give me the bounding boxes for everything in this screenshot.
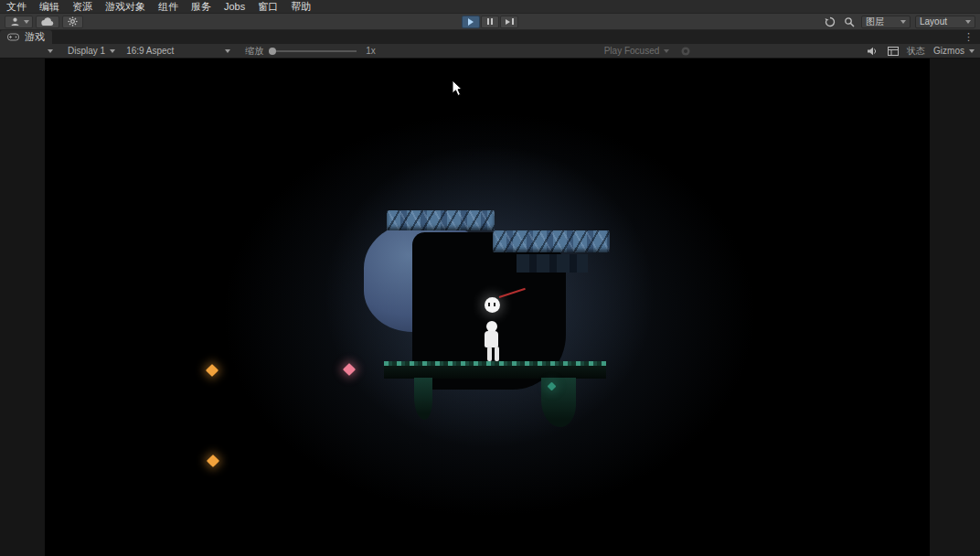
- step-bar-icon: [512, 18, 514, 25]
- unity-editor-window: 文件编辑资源游戏对象组件服务Jobs窗口帮助: [0, 0, 980, 556]
- capture-icon[interactable]: [678, 46, 693, 57]
- lantern-ball: [485, 297, 500, 313]
- menu-item[interactable]: 服务: [185, 0, 218, 14]
- chevron-down-icon: [965, 20, 971, 24]
- toolbar-left-group: [0, 16, 83, 28]
- layout-dropdown[interactable]: Layout: [915, 16, 975, 28]
- chevron-down-icon: [900, 20, 906, 24]
- play-icon: [468, 18, 474, 26]
- game-view-toolbar: Display 1 16:9 Aspect 缩放 1x Play Focused…: [0, 44, 980, 59]
- cloud-icon: [39, 17, 56, 27]
- tab-bar: 游戏 ⋮: [0, 30, 980, 44]
- pause-icon: [491, 18, 493, 25]
- layers-dropdown-label: 图层: [866, 16, 884, 28]
- stats-graph-icon[interactable]: [886, 47, 900, 56]
- zoom-label: 缩放: [245, 45, 263, 58]
- tab-options-icon[interactable]: ⋮: [957, 30, 980, 44]
- view-mode-dropdown-icon[interactable]: [48, 49, 53, 53]
- tab-game[interactable]: 游戏: [0, 30, 52, 44]
- game-viewport: [0, 59, 980, 556]
- game-render[interactable]: [45, 59, 930, 556]
- player-leg: [487, 347, 492, 361]
- layers-dropdown[interactable]: 图层: [861, 16, 911, 28]
- menu-item[interactable]: 资源: [66, 0, 99, 14]
- menu-item[interactable]: 编辑: [33, 0, 66, 14]
- hanging-foliage-left: [414, 378, 432, 420]
- ceiling-tiles-right: [493, 230, 610, 252]
- play-button[interactable]: [462, 16, 480, 28]
- settings-button[interactable]: [62, 16, 83, 28]
- zoom-slider-knob[interactable]: [269, 48, 276, 55]
- cloud-button[interactable]: [36, 16, 59, 28]
- mouse-cursor: [452, 80, 463, 101]
- chevron-down-icon: [225, 49, 230, 53]
- ceiling-tiles-left: [387, 210, 495, 230]
- undo-history-button[interactable]: [823, 16, 837, 27]
- display-dropdown[interactable]: Display 1: [66, 44, 117, 59]
- zoom-slider[interactable]: [269, 50, 357, 52]
- menu-item[interactable]: 游戏对象: [99, 0, 152, 14]
- gizmos-dropdown[interactable]: Gizmos: [932, 44, 976, 59]
- orange-gem: [206, 364, 218, 377]
- display-dropdown-label: Display 1: [68, 46, 105, 56]
- play-focused-dropdown[interactable]: Play Focused: [602, 44, 672, 59]
- gizmos-dropdown-label: Gizmos: [933, 46, 964, 56]
- game-toolbar-right: 状态 Gizmos: [865, 44, 980, 59]
- pause-button[interactable]: [481, 16, 499, 28]
- chevron-down-icon: [969, 49, 975, 53]
- ground-platform: [384, 364, 606, 379]
- account-button[interactable]: [5, 16, 33, 28]
- step-button[interactable]: [500, 16, 518, 28]
- toolbar-right-group: 图层 Layout: [823, 16, 980, 28]
- hanging-foliage-right: [541, 378, 576, 427]
- menu-item[interactable]: 文件: [0, 0, 33, 14]
- dim-tiles: [517, 254, 588, 273]
- main-toolbar: 图层 Layout: [0, 14, 980, 30]
- menu-bar: 文件编辑资源游戏对象组件服务Jobs窗口帮助: [0, 0, 980, 14]
- orange-gem: [207, 454, 219, 467]
- menu-item[interactable]: 窗口: [251, 0, 284, 14]
- aspect-ratio-dropdown[interactable]: 16:9 Aspect: [124, 44, 232, 59]
- gamepad-icon: [5, 33, 21, 41]
- chevron-down-icon: [110, 49, 115, 53]
- person-icon: [8, 16, 22, 27]
- menu-item[interactable]: 帮助: [284, 0, 317, 14]
- zoom-value: 1x: [366, 46, 376, 56]
- aspect-dropdown-label: 16:9 Aspect: [126, 46, 174, 56]
- tab-game-label: 游戏: [25, 30, 45, 44]
- menu-item[interactable]: 组件: [152, 0, 185, 14]
- playmode-controls: [462, 16, 518, 28]
- mute-audio-icon[interactable]: [865, 47, 879, 56]
- menu-item[interactable]: Jobs: [218, 0, 251, 14]
- player-leg: [495, 347, 499, 361]
- player-body: [485, 331, 498, 348]
- chevron-down-icon: [664, 49, 669, 53]
- search-button[interactable]: [842, 16, 857, 27]
- stats-toggle[interactable]: 状态: [907, 45, 925, 58]
- pause-icon: [487, 18, 489, 25]
- chevron-down-icon: [24, 20, 29, 24]
- layout-dropdown-label: Layout: [920, 16, 947, 27]
- step-icon: [506, 19, 510, 25]
- play-focused-label: Play Focused: [604, 46, 660, 56]
- gear-icon: [66, 16, 80, 27]
